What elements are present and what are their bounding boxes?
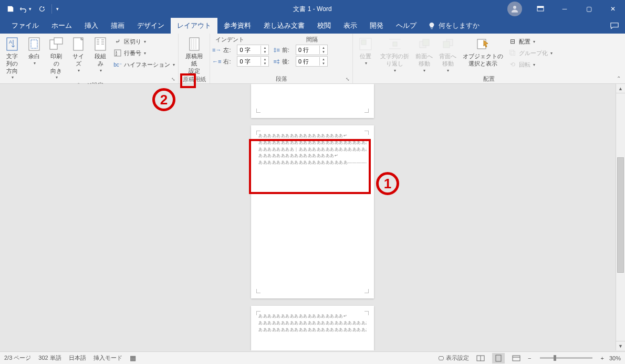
scroll-down-button[interactable]: ▼	[616, 341, 625, 350]
text-direction-button[interactable]: A 文字列の 方向▾	[2, 35, 22, 81]
ribbon-display-options-button[interactable]	[528, 0, 553, 18]
status-language[interactable]: 日本語	[69, 354, 86, 362]
title-bar: ▾ ▾ 文書 1 - Word ─ ▢ ✕	[0, 0, 625, 18]
rotate-icon: ⟲	[508, 60, 517, 69]
vertical-scrollbar[interactable]: ▲ ▼	[616, 84, 625, 350]
scroll-thumb[interactable]	[617, 157, 624, 273]
tab-help[interactable]: ヘルプ	[390, 18, 423, 34]
zoom-in-button[interactable]: +	[601, 355, 604, 361]
spinner[interactable]: ▲▼	[261, 57, 268, 66]
label: 行番号	[124, 49, 141, 57]
size-button[interactable]: サイズ▾	[68, 35, 88, 74]
align-icon: ⊟	[508, 37, 517, 46]
label: 右:	[223, 58, 235, 66]
spacing-after-field: ≡‡ 後: ▲▼	[273, 56, 328, 67]
tab-view[interactable]: 表示	[337, 18, 363, 34]
spinner[interactable]: ▲▼	[319, 46, 327, 54]
svg-rect-2	[537, 6, 544, 8]
tell-me-search[interactable]: 何をしますか	[423, 18, 485, 34]
selection-pane-button[interactable]: オブジェクトの 選択と表示	[461, 35, 505, 69]
group-label: 配置	[355, 75, 623, 83]
status-insert-mode[interactable]: 挿入モード	[93, 354, 122, 362]
display-settings-button[interactable]: 🖵表示設定	[438, 354, 469, 362]
minimize-button[interactable]: ─	[553, 0, 577, 18]
qat-customize-chevron[interactable]: ▾	[54, 6, 61, 12]
columns-button[interactable]: 段組み▾	[90, 35, 110, 74]
label: 後:	[282, 58, 294, 66]
share-button[interactable]	[604, 18, 625, 34]
tab-review[interactable]: 校閲	[311, 18, 337, 34]
spinner[interactable]: ▲▼	[261, 46, 268, 54]
zoom-out-button[interactable]: −	[528, 355, 531, 361]
manuscript-paper-button[interactable]: 原稿用紙 設定	[181, 35, 207, 76]
comment-icon	[610, 22, 619, 29]
account-avatar[interactable]	[507, 2, 522, 16]
indent-left-input[interactable]	[237, 47, 261, 53]
spacing-before-icon: ‡≡	[273, 47, 280, 53]
breaks-button[interactable]: ⤶区切り▾	[112, 36, 176, 47]
position-icon	[357, 36, 374, 52]
margins-icon	[26, 36, 43, 52]
tab-references[interactable]: 参考資料	[217, 18, 257, 34]
close-button[interactable]: ✕	[601, 0, 625, 18]
status-page[interactable]: 2/3 ページ	[4, 354, 31, 362]
label: 配置	[519, 38, 530, 46]
hyphenation-button[interactable]: bc⁻ハイフネーション▾	[112, 59, 176, 70]
align-button[interactable]: ⊟配置▾	[507, 36, 554, 47]
paragraph-launcher[interactable]: ⤡	[344, 76, 351, 83]
margins-button[interactable]: 余白▾	[24, 35, 44, 67]
hyphenation-icon: bc⁻	[113, 60, 122, 69]
status-word-count[interactable]: 302 単語	[38, 354, 61, 362]
group-genkou: 原稿用紙 設定 原稿用紙	[179, 34, 210, 83]
svg-text:2: 2	[116, 53, 117, 56]
print-layout-view-button[interactable]	[492, 353, 505, 363]
document-canvas[interactable]: あああああああああああああああああああ↵ あああああああああああああああああああ…	[5, 84, 620, 350]
spacing-before-input[interactable]	[296, 47, 319, 53]
label: 区切り	[124, 38, 141, 46]
read-mode-view-button[interactable]	[474, 353, 487, 363]
tab-file[interactable]: ファイル	[5, 18, 45, 34]
group-icon: ⿻	[508, 49, 517, 57]
position-button: 位置▾	[355, 35, 376, 67]
page-setup-launcher[interactable]: ⤡	[170, 76, 177, 83]
zoom-slider[interactable]	[540, 357, 592, 359]
tab-mailings[interactable]: 差し込み文書	[257, 18, 311, 34]
label: 左:	[223, 46, 235, 54]
indent-right-input[interactable]	[237, 58, 261, 65]
label: 位置	[360, 53, 371, 60]
zoom-level[interactable]: 30%	[609, 355, 621, 361]
document-page-1-bottom	[251, 84, 374, 118]
web-layout-view-button[interactable]	[510, 353, 523, 363]
wrap-icon	[387, 36, 403, 52]
line-numbers-button[interactable]: 12行番号▾	[112, 47, 176, 59]
collapse-ribbon-button[interactable]: ⌃	[617, 76, 621, 81]
document-text-block: あああああああああああああああああああ↵ あああああああああああああああああああ…	[258, 313, 367, 333]
group-objects-button: ⿻グループ化▾	[507, 47, 554, 59]
scroll-up-button[interactable]: ▲	[616, 84, 625, 93]
tab-layout[interactable]: レイアウト	[171, 18, 217, 34]
tab-insert[interactable]: 挿入	[78, 18, 105, 34]
tab-draw[interactable]: 描画	[105, 18, 131, 34]
label: 余白	[28, 53, 40, 60]
separator	[51, 4, 52, 14]
maximize-button[interactable]: ▢	[577, 0, 601, 18]
undo-button[interactable]: ▾	[19, 2, 34, 16]
document-line: ああああああああああああああああああああああああああああああ	[258, 140, 367, 146]
orientation-icon	[48, 36, 65, 52]
orientation-button[interactable]: 印刷の 向き▾	[46, 35, 66, 81]
breaks-icon: ⤶	[113, 37, 122, 46]
bring-forward-icon	[416, 36, 433, 52]
wrap-text-button: 文字列の折 り返し▾	[378, 35, 411, 74]
line-numbers-icon: 12	[113, 49, 122, 57]
save-button[interactable]	[3, 2, 18, 16]
spinner[interactable]: ▲▼	[319, 57, 327, 66]
tab-home[interactable]: ホーム	[45, 18, 78, 34]
group-page-setup: A 文字列の 方向▾ 余白▾ 印刷の 向き▾ サイズ▾ 段組み▾ ⤶区切り▾	[0, 34, 179, 83]
redo-button[interactable]	[35, 2, 49, 16]
tab-developer[interactable]: 開発	[363, 18, 390, 34]
tab-design[interactable]: デザイン	[131, 18, 171, 34]
tell-me-placeholder: 何をしますか	[439, 21, 480, 30]
spacing-after-input[interactable]	[296, 58, 319, 65]
macro-icon[interactable]: ▦	[130, 354, 136, 362]
ribbon-tabs: ファイル ホーム 挿入 描画 デザイン レイアウト 参考資料 差し込み文書 校閲…	[0, 18, 625, 34]
